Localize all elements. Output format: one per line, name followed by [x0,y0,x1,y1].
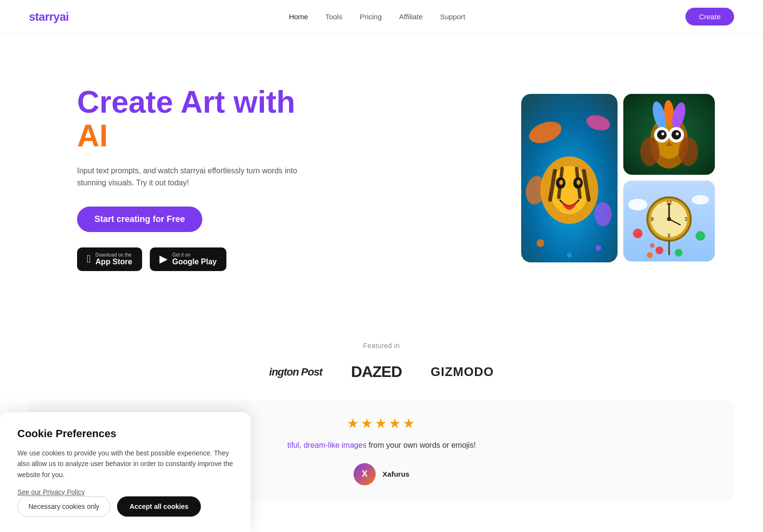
svg-point-50 [633,229,643,238]
hero-title: Create Art with AI [77,85,318,153]
svg-point-32 [679,137,698,166]
svg-point-29 [676,132,679,135]
cookie-title: Cookie Preferences [17,428,233,440]
cookie-buttons: Necessary cookies only Accept all cookie… [17,496,233,510]
cookie-banner: Cookie Preferences We use cookies to pro… [0,412,250,510]
featured-label: Featured in [0,342,763,350]
svg-text:9: 9 [651,217,654,222]
washington-post-logo: ington Post [269,366,322,378]
svg-point-4 [594,202,612,226]
apple-icon:  [87,253,91,265]
svg-point-13 [559,180,563,185]
nav-links: Home Tools Pricing Affiliate Support [289,13,465,21]
accept-all-cookies-button[interactable]: Accept all cookies [117,496,201,510]
reviewer-name: Xafurus [382,470,409,478]
app-buttons:  Download on the App Store ▶ Get it on … [77,247,318,271]
hero-image-col-1 [521,94,618,262]
owl-image [623,94,715,175]
svg-text:3: 3 [684,217,687,222]
svg-point-31 [640,137,659,166]
privacy-policy-link[interactable]: See our Privacy Policy [17,488,85,496]
create-button[interactable]: Create [685,8,734,26]
gizmodo-logo: GIZMODO [431,364,494,379]
nav-link-home[interactable]: Home [289,13,308,21]
google-play-button[interactable]: ▶ Get it on Google Play [150,247,226,271]
necessary-cookies-button[interactable]: Necessary cookies only [17,496,110,510]
svg-point-15 [537,239,544,247]
owl-svg [623,94,715,175]
featured-section: Featured in ington Post DAZED GIZMODO [0,323,763,390]
svg-point-17 [567,253,572,258]
tiger-svg [521,94,618,262]
hero-images: 12 3 6 9 [521,94,715,262]
svg-point-16 [595,245,601,251]
svg-point-34 [628,199,647,210]
svg-point-52 [668,218,670,220]
hero-description: Input text prompts, and watch starryai e… [77,165,318,189]
featured-logos: ington Post DAZED GIZMODO [0,363,763,381]
dazed-logo: DAZED [351,363,402,381]
clock-image: 12 3 6 9 [623,181,715,261]
hero-content: Create Art with AI Input text prompts, a… [77,85,318,271]
svg-point-47 [675,249,683,257]
app-store-button[interactable]:  Download on the App Store [77,247,142,271]
hero-section: Create Art with AI Input text prompts, a… [0,34,763,323]
svg-point-14 [577,180,580,185]
nav-link-pricing[interactable]: Pricing [360,13,382,21]
navbar: starryai Home Tools Pricing Affiliate Su… [0,0,763,34]
nav-link-affiliate[interactable]: Affiliate [399,13,423,21]
svg-text:6: 6 [668,233,671,238]
logo[interactable]: starryai [29,10,69,24]
svg-point-35 [692,195,709,205]
google-play-icon: ▶ [159,253,168,265]
tiger-image [521,94,618,262]
nav-link-tools[interactable]: Tools [326,13,342,21]
svg-point-46 [656,247,663,254]
start-creating-button[interactable]: Start creating for Free [77,207,202,232]
nav-link-support[interactable]: Support [440,13,465,21]
clock-svg: 12 3 6 9 [623,181,715,261]
hero-image-col-2: 12 3 6 9 [623,94,715,261]
svg-point-49 [650,243,655,248]
reviewer-avatar: X [354,463,376,485]
svg-point-48 [647,252,653,258]
cookie-description: We use cookies to provide you with the b… [17,448,233,480]
svg-point-51 [696,231,705,241]
svg-point-28 [661,132,664,135]
